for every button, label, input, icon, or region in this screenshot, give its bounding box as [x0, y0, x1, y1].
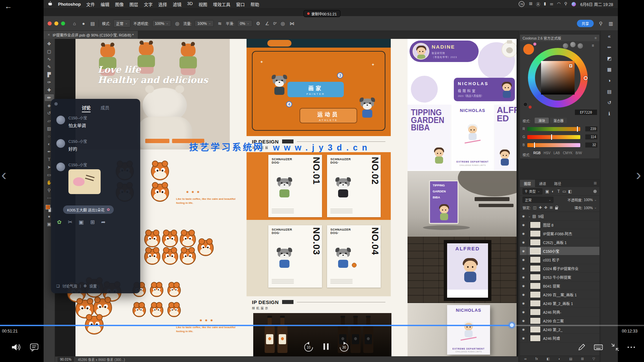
input-source-icon[interactable]: Ⓐ: [536, 1, 540, 7]
layer-thumbnail[interactable]: [530, 335, 541, 342]
gray-ball-swatch[interactable]: [563, 43, 568, 49]
red-slider-track[interactable]: [527, 127, 580, 131]
hue-marker[interactable]: [584, 76, 588, 80]
blend-mode-select[interactable]: 正常⌄: [113, 19, 130, 27]
menu-window[interactable]: 窗口: [236, 1, 245, 7]
layer-visibility-toggle[interactable]: ◉: [520, 238, 527, 246]
siri-icon[interactable]: [572, 2, 576, 6]
link-layers-icon[interactable]: ∞: [524, 357, 527, 361]
layer-thumbnail[interactable]: [530, 274, 541, 281]
panel-drag-handle[interactable]: [54, 102, 58, 106]
layer-visibility-toggle[interactable]: ◉: [520, 229, 527, 238]
slider-marker[interactable]: [551, 134, 552, 140]
filter-toggle[interactable]: [593, 190, 597, 193]
layer-row[interactable]: ◉ ⌄ ▤ B041 提案: [520, 282, 599, 290]
layer-visibility-toggle[interactable]: ◉: [520, 282, 527, 290]
color-space-option[interactable]: CMYK: [563, 151, 573, 155]
layer-visibility-toggle[interactable]: ◉: [520, 212, 527, 220]
healing-brush-tool[interactable]: ✚: [44, 86, 54, 94]
close-tab-icon[interactable]: ×: [48, 33, 50, 37]
share-button[interactable]: 共享: [577, 20, 594, 27]
brush-angle-value[interactable]: 0°: [273, 21, 277, 25]
screen-recording-indicator[interactable]: 录制中00:51:21: [304, 10, 340, 17]
quick-selection-tool[interactable]: ✎: [44, 63, 54, 71]
layer-name[interactable]: A299 合二案: [543, 318, 564, 323]
slider-marker[interactable]: [577, 126, 578, 132]
libraries-panel-icon[interactable]: ▤: [607, 89, 611, 94]
expand-panels-icon[interactable]: «: [608, 34, 611, 39]
layer-effects-icon[interactable]: fx: [535, 357, 538, 361]
zoom-window-button[interactable]: [61, 21, 65, 25]
hex-value-field[interactable]: EF7220: [575, 110, 597, 115]
adjustment-layer-icon[interactable]: ◐: [558, 357, 560, 361]
menu-plugins[interactable]: 增效工具: [213, 1, 230, 7]
layer-visibility-toggle[interactable]: ◉: [520, 299, 527, 307]
layer-name[interactable]: B253 牛小鲜提案: [543, 275, 571, 280]
layer-name[interactable]: C262) _画板 1: [543, 240, 567, 245]
color-wheel[interactable]: [528, 48, 588, 108]
wifi-icon[interactable]: ◠: [557, 1, 560, 7]
sliders-mini-icon[interactable]: ≡: [592, 43, 594, 48]
layer-visibility-toggle[interactable]: ◉: [520, 316, 527, 325]
layer-opacity-value[interactable]: 100%: [584, 198, 593, 202]
filter-smart-icon[interactable]: ◧: [567, 189, 573, 194]
home-icon[interactable]: ⌂: [71, 21, 77, 26]
layer-name[interactable]: A249 第_2_画板 1: [543, 301, 573, 306]
lasso-tool[interactable]: ∿: [44, 55, 54, 63]
filter-pixel-icon[interactable]: ▣: [544, 189, 550, 194]
layer-group-icon[interactable]: ▤: [569, 357, 572, 361]
layer-name[interactable]: C024 椰子IP提案作业: [543, 266, 579, 271]
green-value-box[interactable]: 114: [585, 134, 597, 139]
screen-mirroring-icon[interactable]: ⊞: [529, 1, 532, 7]
layer-row[interactable]: ◉ ⌄ ▤ C262) _画板 1: [520, 238, 599, 247]
opacity-select[interactable]: 100%⌄: [152, 20, 171, 27]
layer-name[interactable]: A249 第_2_: [543, 327, 562, 332]
video-progress-bar[interactable]: [0, 325, 644, 326]
layer-row[interactable]: ◉ ⌄ ▤ A246 阿典-: [520, 308, 599, 316]
color-space-option[interactable]: LAB: [553, 151, 560, 155]
gray-ball-swatch[interactable]: [570, 42, 576, 47]
tab-discussion[interactable]: 讨论: [82, 104, 91, 112]
layer-thumbnail[interactable]: [530, 291, 541, 298]
filter-type-icon[interactable]: T: [556, 189, 561, 194]
document-tab[interactable]: × IP提案作业点评.psb @ 90% (C150小宝, RGB/8) *: [44, 31, 138, 39]
pause-button[interactable]: [319, 339, 333, 354]
layer-thumbnail[interactable]: [530, 222, 541, 228]
invite-member-icon[interactable]: ⊞: [90, 219, 95, 225]
scissors-icon[interactable]: ✂: [68, 219, 72, 225]
bubble-toggle-label[interactable]: 讨论气泡: [62, 283, 77, 289]
layer-thumbnail[interactable]: [530, 300, 541, 307]
minimize-window-button[interactable]: [54, 21, 58, 25]
layer-row[interactable]: ◉ ⌄ ▤ A249 第_2_画板 1: [520, 299, 599, 308]
panel-menu-icon[interactable]: ≡: [591, 180, 599, 187]
panel-tab[interactable]: 路径: [550, 180, 565, 187]
eyedropper-tool[interactable]: ✑: [44, 78, 54, 86]
red-swatch[interactable]: [529, 106, 532, 109]
layer-row[interactable]: ◉ ⌄ ▤ C150小宝: [520, 247, 599, 255]
video-frame[interactable]: Photoshop 文件编辑图像图层文字选择滤镜3D视图增效工具窗口帮助 70 …: [44, 0, 618, 362]
current-color-swatch[interactable]: [523, 44, 534, 55]
layer-name[interactable]: A246 阿典-: [543, 309, 561, 315]
layer-name[interactable]: A299 百__案_画板 1: [543, 292, 577, 297]
rewind-10-button[interactable]: 10: [301, 340, 316, 355]
layer-visibility-toggle[interactable]: ◉: [520, 334, 527, 342]
next-chevron[interactable]: ›: [636, 167, 641, 182]
flower-gift-icon[interactable]: ✿: [57, 219, 61, 225]
spotlight-icon[interactable]: ⚲: [564, 1, 567, 7]
layer-name[interactable]: 9组: [538, 214, 544, 219]
layer-row[interactable]: ◉ ⌄ ▤ 9组: [520, 212, 599, 221]
discussion-panel[interactable]: 讨论 成员 C150--小宝 怕太单调 C150--小宝 好的 C150--小宝…: [51, 99, 140, 293]
sliders-tab-button[interactable]: 滑块: [535, 118, 549, 123]
search-icon[interactable]: ⚲: [598, 21, 604, 26]
secondary-color-dot[interactable]: [533, 43, 536, 46]
layer-visibility-toggle[interactable]: ◉: [520, 290, 527, 299]
layer-row[interactable]: ◉ ⌄ ▤ c031 松子: [520, 255, 599, 264]
layer-thumbnail[interactable]: [530, 256, 541, 263]
previous-chevron[interactable]: ‹: [1, 167, 6, 182]
layer-row[interactable]: ◉ ⌄ ▤ B253 牛小鲜提案: [520, 273, 599, 282]
foreground-color-swatch[interactable]: [46, 205, 50, 209]
adjustments-panel-icon[interactable]: ◑: [608, 78, 610, 83]
new-layer-icon[interactable]: ⊞: [581, 357, 584, 361]
forward-30-button[interactable]: 30: [337, 340, 352, 355]
brush-panel-toggle-icon[interactable]: ▤: [90, 21, 96, 26]
